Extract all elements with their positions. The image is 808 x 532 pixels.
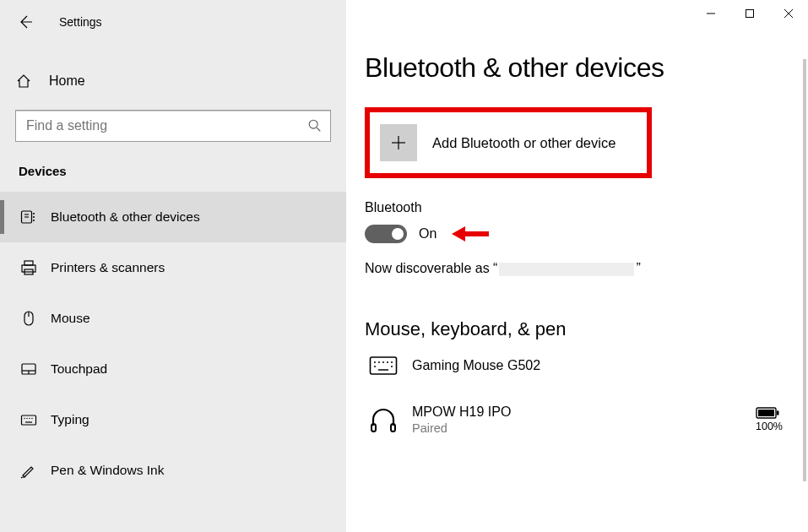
svg-rect-16: [22, 415, 36, 425]
svg-point-21: [31, 418, 32, 419]
search-wrap: [15, 110, 331, 142]
sidebar-item-home[interactable]: Home: [0, 64, 346, 98]
device-info: Gaming Mouse G502: [412, 358, 783, 373]
device-info: MPOW H19 IPO Paired: [412, 404, 756, 435]
mouse-icon: [19, 309, 39, 328]
page-title: Bluetooth & other devices: [365, 52, 808, 84]
svg-point-36: [374, 366, 376, 367]
svg-point-3: [33, 213, 35, 214]
svg-point-35: [391, 361, 393, 363]
keyboard-icon: [19, 410, 39, 429]
svg-point-20: [29, 418, 30, 419]
printer-icon: [19, 258, 39, 277]
maximize-icon: [745, 8, 755, 19]
svg-rect-43: [777, 411, 779, 415]
sidebar-item-label: Mouse: [51, 311, 90, 326]
svg-rect-30: [371, 357, 397, 374]
toggle-state-label: On: [419, 226, 437, 242]
sidebar-header: Settings: [0, 2, 346, 42]
sidebar-nav: Bluetooth & other devices Printers & sca…: [0, 192, 346, 496]
sidebar-item-bluetooth[interactable]: Bluetooth & other devices: [0, 192, 346, 242]
svg-rect-9: [24, 261, 33, 265]
svg-point-0: [309, 120, 317, 128]
app-title: Settings: [59, 15, 102, 29]
sidebar: Settings Home Devices Bluetooth & oth: [0, 0, 346, 532]
device-battery: 100%: [756, 407, 783, 432]
sidebar-item-label: Touchpad: [51, 361, 107, 377]
sidebar-item-label: Pen & Windows Ink: [51, 463, 164, 478]
annotation-arrow-icon: [450, 224, 491, 244]
battery-percent: 100%: [756, 421, 783, 432]
settings-window: Settings Home Devices Bluetooth & oth: [0, 0, 808, 532]
svg-point-37: [391, 366, 393, 367]
discoverable-text: Now discoverable as “”: [365, 261, 808, 276]
minimize-button[interactable]: [691, 0, 730, 27]
svg-point-5: [33, 220, 35, 221]
sidebar-category: Devices: [0, 142, 346, 192]
plus-icon: [380, 124, 417, 161]
sidebar-item-pen[interactable]: Pen & Windows Ink: [0, 445, 346, 496]
battery-icon: [756, 407, 779, 419]
minimize-icon: [706, 8, 716, 19]
keyboard-icon: [365, 356, 402, 376]
svg-rect-23: [746, 10, 754, 18]
sidebar-item-printers[interactable]: Printers & scanners: [0, 242, 346, 293]
sidebar-item-mouse[interactable]: Mouse: [0, 293, 346, 344]
search-icon: [300, 118, 330, 133]
back-button[interactable]: [15, 12, 35, 32]
bluetooth-toggle-row: On: [365, 224, 808, 244]
bluetooth-section-label: Bluetooth: [365, 200, 808, 215]
sidebar-item-label: Printers & scanners: [51, 260, 165, 275]
device-row[interactable]: Gaming Mouse G502: [365, 356, 808, 376]
arrow-left-icon: [17, 14, 34, 30]
svg-point-4: [33, 216, 35, 218]
main-panel: Bluetooth & other devices Add Bluetooth …: [346, 0, 808, 532]
bluetooth-devices-icon: [19, 208, 39, 226]
svg-point-31: [374, 361, 376, 363]
svg-point-18: [24, 418, 24, 419]
device-row[interactable]: MPOW H19 IPO Paired 100%: [365, 404, 808, 435]
device-name: MPOW H19 IPO: [412, 404, 756, 420]
sidebar-item-typing[interactable]: Typing: [0, 394, 346, 445]
close-icon: [784, 8, 794, 19]
svg-point-32: [378, 361, 380, 363]
svg-point-19: [26, 418, 27, 419]
svg-point-34: [387, 361, 388, 363]
redacted-name: [499, 263, 634, 276]
svg-line-1: [317, 128, 320, 131]
home-icon: [15, 73, 34, 90]
svg-rect-42: [758, 410, 774, 416]
home-label: Home: [49, 73, 85, 89]
section-mouse-keyboard-pen: Mouse, keyboard, & pen: [365, 318, 808, 340]
svg-marker-29: [452, 226, 465, 242]
discover-suffix: ”: [636, 261, 640, 275]
close-button[interactable]: [769, 0, 808, 27]
add-device-button[interactable]: Add Bluetooth or other device: [365, 107, 652, 178]
sidebar-item-label: Typing: [51, 412, 89, 427]
svg-point-33: [382, 361, 384, 363]
pen-icon: [19, 461, 39, 480]
search-box[interactable]: [15, 110, 331, 142]
sidebar-item-label: Bluetooth & other devices: [51, 209, 200, 225]
bluetooth-toggle[interactable]: [365, 225, 407, 243]
touchpad-icon: [19, 360, 39, 378]
discover-prefix: Now discoverable as “: [365, 261, 497, 275]
add-device-label: Add Bluetooth or other device: [432, 135, 615, 151]
device-name: Gaming Mouse G502: [412, 358, 783, 373]
window-controls: [691, 0, 808, 27]
vertical-scrollbar[interactable]: [803, 59, 806, 481]
toggle-knob: [392, 228, 404, 240]
headphones-icon: [365, 407, 402, 432]
sidebar-item-touchpad[interactable]: Touchpad: [0, 344, 346, 394]
device-status: Paired: [412, 421, 756, 435]
search-input[interactable]: [16, 118, 300, 133]
maximize-button[interactable]: [730, 0, 769, 27]
